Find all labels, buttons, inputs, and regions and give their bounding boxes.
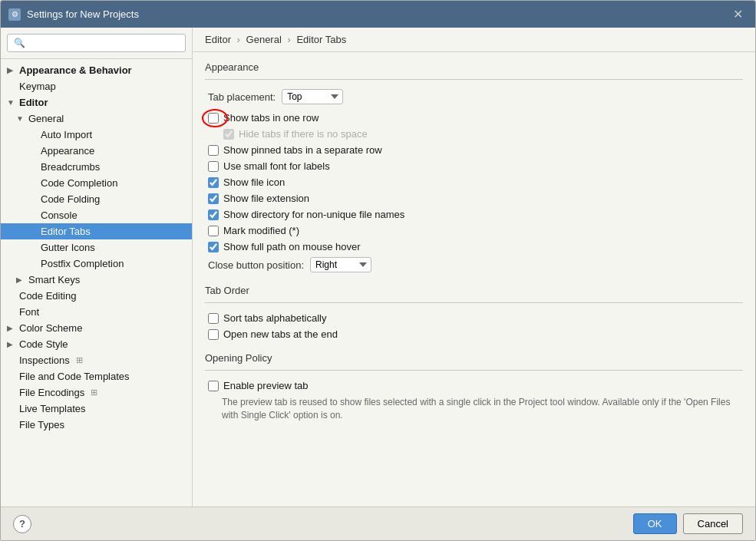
show-full-path-row: Show full path on mouse hover xyxy=(205,241,743,252)
sidebar-item-file-encodings[interactable]: File Encodings⊞ xyxy=(1,384,192,401)
sort-alphabetically-label[interactable]: Sort tabs alphabetically xyxy=(223,312,326,324)
sidebar-item-label: Live Templates xyxy=(19,403,85,414)
settings-icon: ⚙ xyxy=(8,8,21,21)
show-directory-label[interactable]: Show directory for non-unique file names xyxy=(223,209,404,220)
show-directory-row: Show directory for non-unique file names xyxy=(205,209,743,220)
show-file-icon-row: Show file icon xyxy=(205,176,743,188)
sidebar-item-file-types[interactable]: File Types xyxy=(1,417,192,433)
arrow-icon: ▼ xyxy=(16,114,25,123)
sidebar-item-label: Code Style xyxy=(19,338,68,350)
use-small-font-checkbox[interactable] xyxy=(208,161,219,172)
mark-modified-checkbox[interactable] xyxy=(208,226,219,236)
mark-modified-label[interactable]: Mark modified (*) xyxy=(223,225,299,236)
sidebar-item-breadcrumbs[interactable]: Breadcrumbs xyxy=(1,159,192,175)
sidebar-item-label: Gutter Icons xyxy=(41,242,95,253)
show-full-path-checkbox[interactable] xyxy=(208,242,219,252)
sidebar: ▶Appearance & BehaviorKeymap▼Editor▼Gene… xyxy=(1,28,193,506)
sidebar-item-keymap[interactable]: Keymap xyxy=(1,78,192,94)
sidebar-item-code-folding[interactable]: Code Folding xyxy=(1,191,192,207)
arrow-icon: ▶ xyxy=(7,324,16,332)
use-small-font-row: Use small font for labels xyxy=(205,160,743,172)
arrow-icon: ▶ xyxy=(7,340,16,348)
sidebar-item-color-scheme[interactable]: ▶Color Scheme xyxy=(1,320,192,336)
opening-policy-section: Opening Policy Enable preview tab The pr… xyxy=(205,352,743,422)
sidebar-item-file-code-templates[interactable]: File and Code Templates xyxy=(1,368,192,384)
sidebar-item-label: Inspections xyxy=(19,355,70,366)
settings-icon: ⊞ xyxy=(76,355,83,365)
sidebar-item-auto-import[interactable]: Auto Import xyxy=(1,127,192,143)
open-new-at-end-checkbox[interactable] xyxy=(208,329,219,340)
dialog-title: Settings for New Projects xyxy=(27,8,139,20)
search-input[interactable] xyxy=(7,34,186,52)
sidebar-item-smart-keys[interactable]: ▶Smart Keys xyxy=(1,272,192,288)
enable-preview-tab-label[interactable]: Enable preview tab xyxy=(223,380,309,391)
show-file-extension-checkbox[interactable] xyxy=(208,193,219,204)
sidebar-item-label: Postfix Completion xyxy=(41,258,124,269)
breadcrumb-part-1: General xyxy=(246,34,282,45)
title-bar: ⚙ Settings for New Projects ✕ xyxy=(1,1,755,28)
show-full-path-label[interactable]: Show full path on mouse hover xyxy=(223,241,361,252)
tab-order-section-title: Tab Order xyxy=(205,285,743,296)
tab-placement-select[interactable]: Top Left Right Bottom None xyxy=(282,89,343,104)
content-area: Appearance Tab placement: Top Left Right… xyxy=(193,52,755,506)
show-file-icon-label[interactable]: Show file icon xyxy=(223,176,285,188)
title-bar-left: ⚙ Settings for New Projects xyxy=(8,8,139,21)
tree: ▶Appearance & BehaviorKeymap▼Editor▼Gene… xyxy=(1,59,192,506)
sidebar-item-code-completion[interactable]: Code Completion xyxy=(1,175,192,191)
sidebar-item-console[interactable]: Console xyxy=(1,207,192,223)
cancel-button[interactable]: Cancel xyxy=(683,513,743,534)
preview-tab-description: The preview tab is reused to show files … xyxy=(205,396,743,422)
show-directory-checkbox[interactable] xyxy=(208,209,219,220)
sidebar-item-appearance[interactable]: Appearance xyxy=(1,143,192,159)
enable-preview-tab-checkbox[interactable] xyxy=(208,381,219,391)
sidebar-item-label: File Types xyxy=(19,419,64,430)
sidebar-item-editor[interactable]: ▼Editor xyxy=(1,94,192,111)
sidebar-item-code-style[interactable]: ▶Code Style xyxy=(1,336,192,352)
sidebar-item-live-templates[interactable]: Live Templates xyxy=(1,401,192,417)
sidebar-item-general[interactable]: ▼General xyxy=(1,111,192,127)
show-pinned-separate-checkbox[interactable] xyxy=(208,145,219,156)
sidebar-item-gutter-icons[interactable]: Gutter Icons xyxy=(1,239,192,256)
mark-modified-row: Mark modified (*) xyxy=(205,225,743,236)
sidebar-item-font[interactable]: Font xyxy=(1,304,192,320)
open-new-at-end-label[interactable]: Open new tabs at the end xyxy=(223,328,338,340)
ok-button[interactable]: OK xyxy=(633,513,677,534)
sidebar-item-label: Code Completion xyxy=(41,177,117,189)
sidebar-item-label: Editor Tabs xyxy=(41,226,91,237)
close-button-position-row: Close button position: Right Left Hidden xyxy=(205,257,743,272)
breadcrumb-part-0: Editor xyxy=(205,34,231,45)
use-small-font-label[interactable]: Use small font for labels xyxy=(223,160,330,172)
show-file-icon-checkbox[interactable] xyxy=(208,177,219,188)
open-new-at-end-row: Open new tabs at the end xyxy=(205,328,743,340)
hide-tabs-no-space-row: Hide tabs if there is no space xyxy=(205,128,743,140)
main-content: Editor › General › Editor Tabs Appearanc… xyxy=(193,28,755,506)
sidebar-item-code-editing[interactable]: Code Editing xyxy=(1,288,192,304)
close-button[interactable]: ✕ xyxy=(728,5,748,23)
circle-annotation xyxy=(208,113,219,124)
close-button-position-select[interactable]: Right Left Hidden xyxy=(310,257,371,272)
show-tabs-one-row-row: Show tabs in one row xyxy=(205,112,743,124)
enable-preview-tab-row: Enable preview tab xyxy=(205,380,743,391)
hide-tabs-no-space-checkbox[interactable] xyxy=(223,129,234,140)
show-pinned-separate-label[interactable]: Show pinned tabs in a separate row xyxy=(223,144,382,156)
appearance-section: Appearance Tab placement: Top Left Right… xyxy=(205,61,743,272)
bottom-buttons: OK Cancel xyxy=(633,513,743,534)
show-tabs-one-row-checkbox[interactable] xyxy=(208,113,219,124)
sidebar-item-label: Code Folding xyxy=(41,193,100,205)
sidebar-item-label: Breadcrumbs xyxy=(41,161,100,173)
show-file-extension-label[interactable]: Show file extension xyxy=(223,193,309,204)
sidebar-item-editor-tabs[interactable]: Editor Tabs xyxy=(1,223,192,239)
sidebar-item-label: Console xyxy=(41,209,78,221)
close-button-position-label: Close button position: xyxy=(208,259,304,271)
sort-alphabetically-checkbox[interactable] xyxy=(208,313,219,324)
help-button[interactable]: ? xyxy=(13,515,31,533)
sidebar-item-label: Color Scheme xyxy=(19,322,82,334)
sidebar-item-appearance-behavior[interactable]: ▶Appearance & Behavior xyxy=(1,62,192,78)
show-tabs-one-row-label[interactable]: Show tabs in one row xyxy=(223,112,319,124)
sidebar-item-label: Editor xyxy=(19,97,48,108)
opening-policy-section-title: Opening Policy xyxy=(205,352,743,364)
appearance-section-title: Appearance xyxy=(205,61,743,73)
sidebar-item-postfix-completion[interactable]: Postfix Completion xyxy=(1,256,192,272)
sidebar-item-label: Appearance & Behavior xyxy=(19,64,132,76)
sidebar-item-inspections[interactable]: Inspections⊞ xyxy=(1,352,192,368)
